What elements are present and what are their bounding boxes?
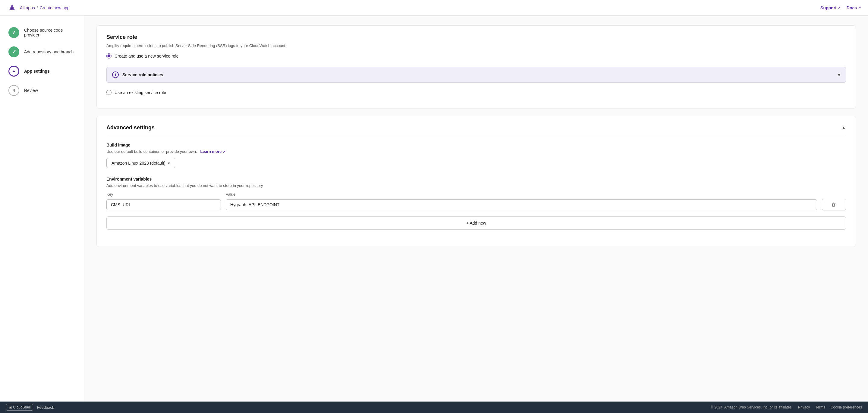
env-value-input[interactable] xyxy=(226,199,817,210)
accordion-chevron-icon: ▾ xyxy=(838,72,840,78)
step-3-icon xyxy=(8,66,19,77)
step-1-label: Choose source code provider xyxy=(24,28,76,37)
external-link-icon: ↗ xyxy=(838,6,841,10)
step-2-label: Add repository and branch xyxy=(24,50,73,54)
accordion-title: Service role policies xyxy=(122,72,163,77)
sidebar: Choose source code provider Add reposito… xyxy=(0,16,84,402)
support-link[interactable]: Support ↗ xyxy=(820,5,841,10)
radio-create-new-input[interactable] xyxy=(106,53,112,58)
build-image-dropdown[interactable]: Amazon Linux 2023 (default) ▾ xyxy=(106,158,175,168)
terms-link[interactable]: Terms xyxy=(815,405,825,409)
env-vars-label: Environment variables xyxy=(106,177,846,181)
service-role-description: Amplify requires permissions to publish … xyxy=(106,43,846,48)
add-new-env-var-button[interactable]: + Add new xyxy=(106,216,846,230)
env-key-col-label: Key xyxy=(106,192,221,197)
step-4-icon: 4 xyxy=(8,85,19,96)
service-role-radio-group: Create and use a new service role i Serv… xyxy=(106,53,846,95)
env-delete-button[interactable]: 🗑 xyxy=(822,199,846,210)
amplify-logo xyxy=(7,3,17,13)
service-role-policies-accordion[interactable]: i Service role policies ▾ xyxy=(106,67,846,83)
step-2-icon xyxy=(8,47,19,57)
env-vars-description: Add environment variables to use variabl… xyxy=(106,183,846,188)
step-4-label: Review xyxy=(24,88,38,93)
service-role-section: Service role Amplify requires permission… xyxy=(96,25,856,109)
env-var-row: 🗑 xyxy=(106,199,846,210)
bottom-bar: ▣ CloudShell Feedback © 2024, Amazon Web… xyxy=(0,402,868,413)
build-image-label: Build image xyxy=(106,143,846,147)
info-icon: i xyxy=(112,71,119,78)
build-image-section: Build image Use our default build contai… xyxy=(106,143,846,168)
accordion-left: i Service role policies xyxy=(112,71,163,78)
radio-create-new[interactable]: Create and use a new service role xyxy=(106,53,846,58)
radio-create-new-label: Create and use a new service role xyxy=(115,54,179,58)
build-image-dropdown-arrow-icon: ▾ xyxy=(168,161,170,166)
navbar: All apps / Create new app Support ↗ Docs… xyxy=(0,0,868,16)
main-layout: Choose source code provider Add reposito… xyxy=(0,16,868,402)
sidebar-item-choose-source[interactable]: Choose source code provider xyxy=(0,23,84,42)
main-content: Service role Amplify requires permission… xyxy=(84,16,868,402)
env-value-col-label: Value xyxy=(226,192,846,197)
service-role-title: Service role xyxy=(106,34,846,40)
navbar-right: Support ↗ Docs ↗ xyxy=(820,5,861,10)
radio-use-existing-label: Use an existing service role xyxy=(115,90,166,95)
advanced-settings-section: Advanced settings ▲ Build image Use our … xyxy=(96,116,856,247)
env-key-input[interactable] xyxy=(106,199,221,210)
copyright-text: © 2024, Amazon Web Services, Inc. or its… xyxy=(711,405,793,409)
trash-icon: 🗑 xyxy=(832,202,836,207)
advanced-settings-header: Advanced settings ▲ xyxy=(106,124,846,135)
env-vars-section: Environment variables Add environment va… xyxy=(106,177,846,230)
sidebar-item-review[interactable]: 4 Review xyxy=(0,81,84,100)
env-vars-col-headers: Key Value xyxy=(106,192,846,197)
radio-use-existing[interactable]: Use an existing service role xyxy=(106,90,846,95)
bottom-bar-left: ▣ CloudShell Feedback xyxy=(6,404,54,411)
terminal-icon: ▣ xyxy=(9,405,12,409)
navbar-left: All apps / Create new app xyxy=(7,3,70,13)
external-link-icon-docs: ↗ xyxy=(858,6,861,10)
learn-more-ext-icon: ↗ xyxy=(223,150,225,153)
step-1-icon xyxy=(8,27,19,38)
sidebar-item-app-settings[interactable]: App settings xyxy=(0,61,84,81)
cloudshell-label: CloudShell xyxy=(13,405,30,409)
breadcrumb-parent[interactable]: All apps xyxy=(20,5,35,10)
feedback-link[interactable]: Feedback xyxy=(37,405,54,410)
cookie-preferences-link[interactable]: Cookie preferences xyxy=(831,405,862,409)
breadcrumb-current: Create new app xyxy=(40,5,70,10)
cloudshell-box[interactable]: ▣ CloudShell xyxy=(6,404,33,411)
build-image-dropdown-value: Amazon Linux 2023 (default) xyxy=(112,161,165,166)
privacy-link[interactable]: Privacy xyxy=(798,405,810,409)
breadcrumb: All apps / Create new app xyxy=(20,5,70,10)
breadcrumb-separator: / xyxy=(37,5,38,10)
advanced-settings-title: Advanced settings xyxy=(106,124,155,131)
step-3-label: App settings xyxy=(24,69,50,73)
docs-link[interactable]: Docs ↗ xyxy=(846,5,861,10)
build-image-description: Use our default build container, or prov… xyxy=(106,149,846,154)
sidebar-item-add-repo[interactable]: Add repository and branch xyxy=(0,42,84,61)
build-image-learn-more-link[interactable]: Learn more ↗ xyxy=(200,149,225,154)
advanced-settings-chevron-icon[interactable]: ▲ xyxy=(841,125,846,130)
bottom-bar-right: © 2024, Amazon Web Services, Inc. or its… xyxy=(711,405,862,409)
radio-use-existing-input[interactable] xyxy=(106,90,112,95)
